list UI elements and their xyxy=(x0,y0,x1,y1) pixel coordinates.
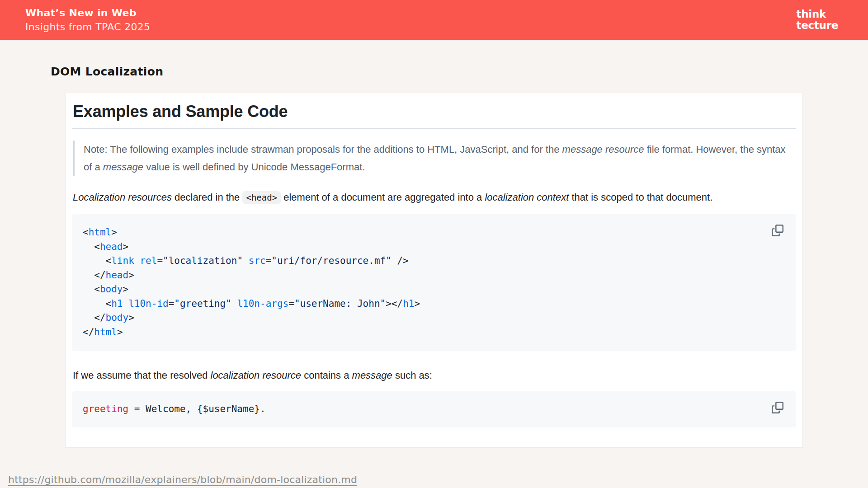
header-banner: What’s New in Web Insights from TPAC 202… xyxy=(0,0,868,40)
presentation-title: What’s New in Web xyxy=(25,7,868,19)
paragraph-localization-resources: Localization resources declared in the <… xyxy=(73,188,795,206)
markdown-document-card: Examples and Sample Code Note: The follo… xyxy=(66,93,802,447)
presentation-subtitle: Insights from TPAC 2025 xyxy=(25,21,868,33)
slide-title: DOM Localization xyxy=(51,65,868,78)
code-block-message-example: greeting = Welcome, {$userName}. xyxy=(72,391,796,427)
source-link[interactable]: https://github.com/mozilla/explainers/bl… xyxy=(8,474,357,485)
doc-heading: Examples and Sample Code xyxy=(72,99,796,129)
copy-icon[interactable] xyxy=(772,401,785,414)
logo-line-2: tecture xyxy=(797,20,838,31)
code-block-html-example: <html> <head> <link rel="localization" s… xyxy=(72,214,796,351)
copy-icon-glyph xyxy=(772,225,783,236)
copy-icon[interactable] xyxy=(772,224,785,237)
thinktecture-logo: think tecture xyxy=(797,9,838,31)
code-html-example: <html> <head> <link rel="localization" s… xyxy=(83,225,785,339)
note-blockquote: Note: The following examples include str… xyxy=(73,141,796,176)
paragraph-resolved-resource: If we assume that the resolved localizat… xyxy=(73,366,795,384)
slide-body: DOM Localization Examples and Sample Cod… xyxy=(0,65,868,447)
logo-line-1: think xyxy=(797,9,838,20)
copy-icon-glyph xyxy=(772,402,783,413)
code-message-example: greeting = Welcome, {$userName}. xyxy=(83,402,785,417)
